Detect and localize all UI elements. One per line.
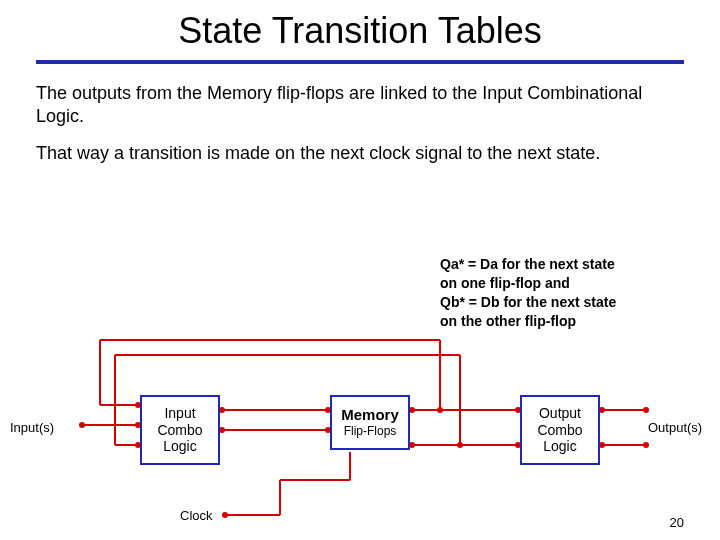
memory-title: Memory xyxy=(341,406,399,424)
block-diagram: Input(s) Input Combo Logic Memory Flip-F… xyxy=(0,370,720,530)
memory-sub: Flip-Flops xyxy=(344,424,397,438)
output-box-l3: Logic xyxy=(543,438,576,455)
output-box-l1: Output xyxy=(539,405,581,422)
slide-number: 20 xyxy=(670,515,684,530)
input-box-l1: Input xyxy=(164,405,195,422)
note-line2: on one flip-flop and xyxy=(440,275,570,291)
input-box-l3: Logic xyxy=(163,438,196,455)
note-line4: on the other flip-flop xyxy=(440,313,576,329)
inputs-label: Input(s) xyxy=(10,420,54,435)
output-box-l2: Combo xyxy=(537,422,582,439)
input-combo-logic-box: Input Combo Logic xyxy=(140,395,220,465)
input-box-l2: Combo xyxy=(157,422,202,439)
note-line1: Qa* = Da for the next state xyxy=(440,256,615,272)
note-line3: Qb* = Db for the next state xyxy=(440,294,616,310)
clock-label: Clock xyxy=(180,508,213,523)
outputs-label: Output(s) xyxy=(648,420,702,435)
paragraph-2: That way a transition is made on the nex… xyxy=(36,142,684,165)
output-combo-logic-box: Output Combo Logic xyxy=(520,395,600,465)
equation-note: Qa* = Da for the next state on one flip-… xyxy=(440,255,660,331)
title-underline xyxy=(36,60,684,64)
slide-title: State Transition Tables xyxy=(0,10,720,52)
memory-box: Memory Flip-Flops xyxy=(330,395,410,450)
paragraph-1: The outputs from the Memory flip-flops a… xyxy=(36,82,684,128)
